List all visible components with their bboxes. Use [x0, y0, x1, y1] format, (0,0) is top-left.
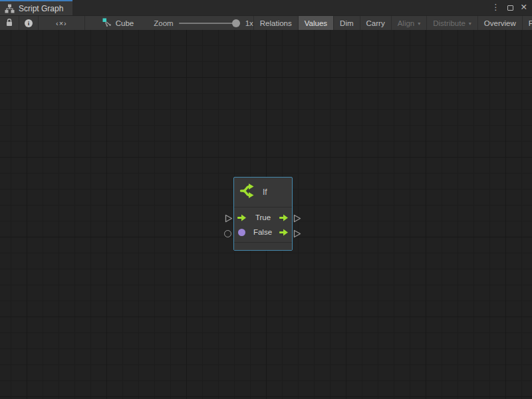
info-button[interactable]: i: [19, 16, 39, 30]
dim-button[interactable]: Dim: [333, 16, 359, 30]
chevron-down-icon: ▾: [469, 21, 471, 27]
port-label-false: False: [246, 228, 279, 236]
toolbar-right-group: Relations Values Dim Carry Align ▾ Distr…: [253, 16, 532, 30]
node-footer: [234, 242, 292, 250]
lock-icon: [5, 18, 13, 28]
if-node[interactable]: If True: [233, 177, 293, 251]
window-controls: ⋮ ✕: [491, 0, 527, 15]
output-port-false[interactable]: [293, 229, 301, 238]
info-icon: i: [25, 19, 33, 27]
node-title: If: [263, 188, 267, 197]
zoom-slider-knob[interactable]: [232, 19, 240, 27]
toolbar-left-group: i ‹×›: [0, 16, 85, 30]
bool-input-icon: [238, 229, 245, 236]
flow-output-true-icon: [279, 214, 289, 221]
code-toggle-button[interactable]: ‹×›: [39, 16, 85, 30]
values-button[interactable]: Values: [298, 16, 333, 30]
input-port-condition[interactable]: [224, 230, 231, 237]
flow-output-false-icon: [279, 229, 289, 236]
port-row-false: False: [237, 225, 289, 239]
tab-label: Script Graph: [19, 4, 63, 13]
input-port-flow[interactable]: [225, 214, 233, 223]
graph-pointer-icon: [102, 18, 112, 29]
context-cube-button[interactable]: Cube: [97, 16, 140, 30]
script-graph-window: Script Graph ⋮ ✕ i ‹×›: [0, 0, 532, 399]
angle-brackets-icon: ‹×›: [56, 19, 67, 27]
zoom-label: Zoom: [154, 19, 173, 27]
lock-button[interactable]: [0, 16, 19, 30]
carry-button[interactable]: Carry: [360, 16, 391, 30]
align-dropdown[interactable]: Align ▾: [391, 16, 427, 30]
relations-button[interactable]: Relations: [253, 16, 298, 30]
if-node-header[interactable]: If: [234, 178, 292, 207]
tab-bar: Script Graph ⋮ ✕: [0, 0, 532, 15]
overview-button[interactable]: Overview: [477, 16, 522, 30]
close-icon[interactable]: ✕: [521, 3, 527, 12]
align-label: Align: [398, 19, 415, 27]
more-options-icon[interactable]: ⋮: [491, 3, 500, 12]
maximize-icon[interactable]: [507, 5, 513, 11]
chevron-down-icon: ▾: [418, 21, 420, 27]
graph-canvas[interactable]: If True: [0, 30, 532, 399]
output-port-true[interactable]: [293, 214, 301, 223]
node-port-rows: True False: [234, 207, 292, 242]
port-label-true: True: [247, 213, 279, 221]
zoom-value: 1x: [245, 19, 253, 27]
tab-script-graph[interactable]: Script Graph: [0, 0, 72, 15]
fullscreen-button[interactable]: Full Screen: [522, 16, 532, 30]
port-row-true: True: [237, 210, 289, 225]
branch-icon: [239, 182, 257, 202]
graph-toolbar: i ‹×› Cube Zoom: [0, 15, 532, 30]
zoom-slider[interactable]: [179, 19, 240, 28]
flow-input-icon: [237, 214, 247, 221]
graph-hierarchy-icon: [5, 4, 15, 13]
zoom-slider-track[interactable]: [179, 23, 240, 24]
distribute-dropdown[interactable]: Distribute ▾: [426, 16, 477, 30]
zoom-control: Zoom 1x: [154, 16, 253, 30]
distribute-label: Distribute: [433, 19, 466, 27]
context-label: Cube: [116, 19, 134, 27]
